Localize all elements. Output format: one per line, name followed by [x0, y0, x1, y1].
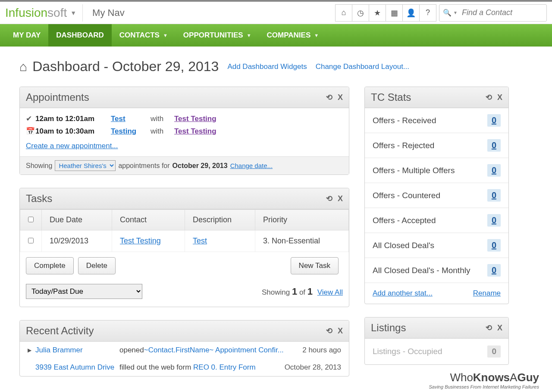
appointments-footer: Showing Heather Shires's appointments fo…: [20, 156, 349, 174]
star-icon[interactable]: ★: [369, 4, 386, 22]
user-icon[interactable]: 👤: [402, 4, 420, 22]
logo[interactable]: Infusionsoft ▼: [5, 6, 82, 20]
chevron-down-icon[interactable]: ▼: [453, 10, 458, 15]
activity-time: 2 hours ago: [302, 346, 341, 355]
activity-row: 3939 East Autumn Drive filled out the we…: [20, 359, 349, 376]
stat-value[interactable]: 0: [487, 214, 501, 227]
expand-icon[interactable]: ▶: [28, 347, 35, 353]
chevron-down-icon: ▼: [163, 33, 168, 38]
showing-label: Showing: [26, 162, 52, 170]
col-due-date[interactable]: Due Date: [42, 210, 112, 230]
appointments-widget: Appointments ⟲ X ✔ 12am to 12:01am Test …: [19, 87, 349, 175]
stat-value[interactable]: 0: [487, 139, 501, 152]
activity-description: filled out the web form REO 0. Entry For…: [119, 363, 285, 372]
new-task-button[interactable]: New Task: [291, 257, 339, 274]
cell-contact[interactable]: Test Testing: [120, 236, 161, 245]
widget-title: Appointments: [26, 91, 321, 103]
activity-row: ▶ Julia Brammer opened~Contact.FirstName…: [20, 342, 349, 359]
delete-button[interactable]: Delete: [78, 257, 116, 274]
stat-value[interactable]: 0: [487, 164, 501, 177]
stat-value[interactable]: 0: [487, 114, 501, 127]
cell-priority: 3. Non-Essential: [255, 230, 349, 252]
select-all-checkbox[interactable]: [28, 217, 34, 222]
close-icon[interactable]: X: [338, 327, 343, 336]
activity-time: October 28, 2013: [285, 363, 341, 372]
col-priority[interactable]: Priority: [255, 210, 349, 230]
calendar-icon: 📅: [26, 127, 35, 136]
nav-my-day[interactable]: MY DAY: [5, 24, 48, 47]
top-icon-grid: ⌂ ◷ ★ ▦ 👤 ?: [336, 4, 436, 22]
chevron-down-icon[interactable]: ▼: [70, 9, 76, 16]
change-layout-link[interactable]: Change Dashboard Layout...: [316, 62, 409, 71]
refresh-icon[interactable]: ⟲: [326, 326, 332, 336]
grid-icon[interactable]: ▦: [386, 4, 403, 22]
listing-value[interactable]: 0: [487, 345, 501, 358]
close-icon[interactable]: X: [338, 93, 343, 102]
stat-value[interactable]: 0: [487, 239, 501, 252]
appointment-contact[interactable]: Test Testing: [174, 115, 216, 123]
stat-label: Offers - Countered: [373, 191, 487, 200]
home-icon: ⌂: [19, 59, 27, 74]
table-header-row: Due Date Contact Description Priority: [20, 210, 349, 230]
change-date-link[interactable]: Change date...: [230, 162, 273, 169]
stat-row: Offers - Countered0: [365, 183, 508, 208]
listing-label: Listings - Occupied: [373, 347, 487, 356]
my-nav[interactable]: My Nav: [82, 4, 134, 22]
stats-footer: Add another stat... Rename: [365, 283, 508, 304]
recent-activity-widget: Recent Activity ⟲ X ▶ Julia Brammer open…: [19, 320, 349, 376]
add-widgets-link[interactable]: Add Dashboard Widgets: [227, 62, 307, 71]
logo-text-b: soft: [47, 6, 67, 20]
appointment-subject[interactable]: Testing: [111, 127, 151, 136]
nav-companies[interactable]: COMPANIES▼: [259, 24, 327, 47]
widget-title: Tasks: [26, 193, 321, 205]
chevron-down-icon: ▼: [247, 33, 251, 38]
help-icon[interactable]: ?: [419, 4, 436, 22]
stat-row: All Closed Deal's0: [365, 233, 508, 258]
col-contact[interactable]: Contact: [112, 210, 185, 230]
appointment-contact[interactable]: Test Testing: [174, 127, 216, 136]
refresh-icon[interactable]: ⟲: [486, 323, 492, 333]
with-label: with: [151, 127, 174, 136]
close-icon[interactable]: X: [497, 324, 502, 333]
search-box[interactable]: 🔍▼: [439, 4, 547, 22]
stat-label: All Closed Deal's - Monthly: [373, 266, 487, 275]
widget-title: TC Stats: [371, 91, 480, 103]
stat-label: Offers - Rejected: [373, 141, 487, 150]
create-appointment-link[interactable]: Create a new appointment...: [20, 137, 124, 156]
complete-button[interactable]: Complete: [26, 257, 74, 274]
user-select[interactable]: Heather Shires's: [55, 160, 116, 171]
refresh-icon[interactable]: ⟲: [486, 93, 492, 102]
cell-description[interactable]: Test: [193, 236, 207, 245]
search-icon: 🔍: [443, 9, 452, 17]
tasks-filter-row: Today/Past Due Showing 1 of 1 View All: [20, 280, 349, 307]
appointment-row: 📅 10am to 10:30am Testing with Test Test…: [20, 125, 349, 137]
row-checkbox[interactable]: [28, 238, 34, 243]
nav-opportunities[interactable]: OPPORTUNITIES▼: [176, 24, 259, 47]
stat-value[interactable]: 0: [487, 189, 501, 202]
view-all-link[interactable]: View All: [317, 288, 343, 296]
stat-value[interactable]: 0: [487, 264, 501, 277]
refresh-icon[interactable]: ⟲: [326, 194, 332, 203]
nav-bar: MY DAY DASHBOARD CONTACTS▼ OPPORTUNITIES…: [0, 24, 552, 47]
task-filter-select[interactable]: Today/Past Due: [26, 284, 142, 299]
stat-label: All Closed Deal's: [373, 241, 487, 250]
page-title: Dashboard - October 29, 2013: [32, 59, 219, 75]
appointment-subject[interactable]: Test: [111, 115, 151, 123]
stat-label: Offers - Multiple Offers: [373, 166, 487, 175]
add-stat-link[interactable]: Add another stat...: [373, 289, 433, 298]
tasks-table: Due Date Contact Description Priority 10…: [20, 209, 349, 252]
clock-icon[interactable]: ◷: [352, 4, 369, 22]
close-icon[interactable]: X: [497, 93, 502, 102]
activity-contact[interactable]: Julia Brammer: [35, 346, 119, 355]
close-icon[interactable]: X: [338, 194, 343, 203]
home-icon[interactable]: ⌂: [335, 4, 352, 22]
nav-contacts[interactable]: CONTACTS▼: [112, 24, 176, 47]
appointment-time: 10am to 10:30am: [35, 127, 111, 136]
refresh-icon[interactable]: ⟲: [326, 93, 332, 102]
search-input[interactable]: [462, 8, 543, 17]
rename-link[interactable]: Rename: [473, 289, 501, 298]
activity-contact[interactable]: 3939 East Autumn Drive: [35, 363, 119, 372]
col-description[interactable]: Description: [185, 210, 255, 230]
chevron-down-icon: ▼: [314, 33, 319, 38]
nav-dashboard[interactable]: DASHBOARD: [48, 24, 112, 47]
